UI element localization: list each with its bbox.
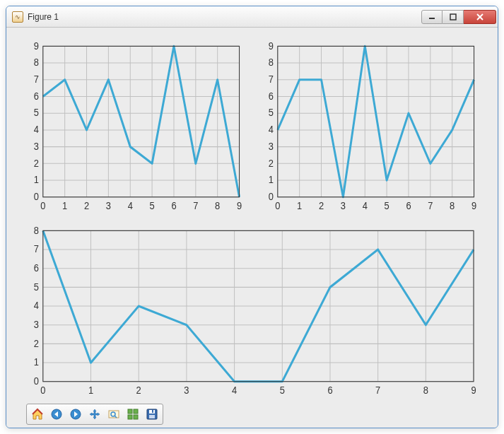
svg-text:2: 2 <box>268 158 273 168</box>
line-series <box>43 46 240 197</box>
svg-rect-129 <box>128 415 132 419</box>
svg-text:5: 5 <box>280 385 285 395</box>
axes-spine <box>277 46 474 197</box>
svg-text:0: 0 <box>34 376 39 387</box>
svg-text:6: 6 <box>268 90 273 101</box>
zoom-button[interactable] <box>105 406 123 423</box>
svg-text:7: 7 <box>428 200 433 211</box>
axes-top-left[interactable]: 0123456789 0123456789 <box>26 42 244 213</box>
svg-rect-128 <box>134 409 138 414</box>
svg-text:8: 8 <box>450 200 455 211</box>
svg-text:3: 3 <box>268 141 273 151</box>
svg-text:8: 8 <box>215 200 220 211</box>
svg-text:1: 1 <box>88 385 93 395</box>
svg-text:2: 2 <box>318 200 323 211</box>
x-axis-labels: 0123456789 <box>40 200 242 211</box>
svg-text:7: 7 <box>268 74 273 85</box>
x-axis-labels: 0123456789 <box>275 200 476 211</box>
svg-text:9: 9 <box>471 200 476 211</box>
svg-text:7: 7 <box>34 74 39 85</box>
svg-text:1: 1 <box>297 200 302 211</box>
svg-text:4: 4 <box>34 300 40 311</box>
svg-text:3: 3 <box>340 200 345 211</box>
svg-text:8: 8 <box>423 385 428 395</box>
svg-text:5: 5 <box>268 107 273 118</box>
svg-text:0: 0 <box>268 192 273 202</box>
grid <box>277 46 474 197</box>
svg-text:2: 2 <box>34 158 39 168</box>
svg-text:3: 3 <box>34 141 39 151</box>
svg-rect-134 <box>152 410 153 413</box>
svg-rect-127 <box>128 409 132 414</box>
axes-top-right[interactable]: 0123456789 0123456789 <box>261 42 479 213</box>
svg-text:3: 3 <box>34 319 39 330</box>
svg-text:0: 0 <box>34 192 39 202</box>
svg-rect-133 <box>149 415 155 418</box>
svg-text:2: 2 <box>136 385 141 395</box>
svg-text:1: 1 <box>34 357 39 368</box>
svg-text:6: 6 <box>406 200 411 211</box>
titlebar[interactable]: ∿ Figure 1 <box>6 6 498 28</box>
svg-text:7: 7 <box>34 244 39 254</box>
svg-text:4: 4 <box>268 124 274 135</box>
grid <box>43 46 240 197</box>
svg-text:1: 1 <box>34 175 39 185</box>
window-title: Figure 1 <box>28 12 421 22</box>
svg-text:2: 2 <box>34 338 39 348</box>
svg-text:7: 7 <box>375 385 380 395</box>
svg-text:8: 8 <box>34 226 39 236</box>
line-series <box>277 46 474 197</box>
nav-toolbar <box>26 404 163 425</box>
svg-text:6: 6 <box>34 263 39 274</box>
subplots-button[interactable] <box>124 406 142 423</box>
grid <box>43 230 474 381</box>
svg-text:1: 1 <box>268 175 273 185</box>
minimize-button[interactable] <box>421 10 443 24</box>
svg-text:9: 9 <box>237 200 242 211</box>
svg-text:5: 5 <box>150 200 155 211</box>
save-button[interactable] <box>143 406 161 423</box>
svg-text:0: 0 <box>40 200 45 211</box>
svg-text:3: 3 <box>106 200 111 211</box>
y-axis-labels: 012345678 <box>34 226 40 387</box>
y-axis-labels: 0123456789 <box>34 42 40 202</box>
x-axis-labels: 0123456789 <box>40 385 476 395</box>
svg-text:4: 4 <box>128 200 134 211</box>
svg-text:0: 0 <box>40 385 45 395</box>
pan-button[interactable] <box>86 406 104 423</box>
svg-text:8: 8 <box>268 57 273 68</box>
svg-text:9: 9 <box>268 42 273 52</box>
back-button[interactable] <box>47 406 66 423</box>
svg-text:8: 8 <box>34 57 39 68</box>
svg-text:0: 0 <box>275 200 280 211</box>
svg-text:9: 9 <box>471 385 476 395</box>
y-axis-labels: 0123456789 <box>268 42 274 202</box>
svg-text:4: 4 <box>34 124 40 135</box>
svg-text:7: 7 <box>193 200 198 211</box>
forward-button[interactable] <box>66 406 85 423</box>
svg-text:6: 6 <box>171 200 176 211</box>
svg-text:6: 6 <box>34 90 39 101</box>
svg-text:5: 5 <box>384 200 389 211</box>
window-controls <box>421 10 496 24</box>
svg-text:5: 5 <box>34 107 39 118</box>
svg-text:3: 3 <box>184 385 189 395</box>
svg-text:5: 5 <box>34 281 39 292</box>
figure-window: ∿ Figure 1 0123456789 0123456789 <box>6 6 498 428</box>
svg-text:9: 9 <box>34 42 39 52</box>
svg-text:2: 2 <box>84 200 89 211</box>
svg-rect-1 <box>450 14 456 20</box>
maximize-button[interactable] <box>443 10 464 24</box>
plot-grid: 0123456789 0123456789 0123456789 0123456… <box>26 42 478 398</box>
svg-rect-130 <box>134 415 138 419</box>
svg-text:6: 6 <box>327 385 332 395</box>
svg-text:1: 1 <box>62 200 67 211</box>
matplotlib-icon: ∿ <box>12 11 23 23</box>
figure-content: 0123456789 0123456789 0123456789 0123456… <box>6 28 498 428</box>
axes-spine <box>43 46 240 197</box>
close-button[interactable] <box>464 10 496 24</box>
svg-text:4: 4 <box>232 385 238 395</box>
svg-text:4: 4 <box>362 200 368 211</box>
axes-bottom[interactable]: 012345678 0123456789 <box>26 226 478 398</box>
home-button[interactable] <box>28 406 47 423</box>
